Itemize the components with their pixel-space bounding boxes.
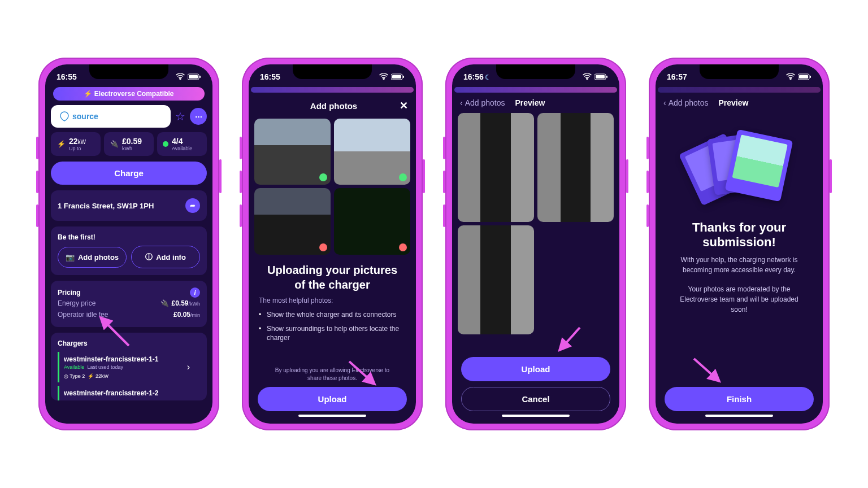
plug-icon: 🔌	[160, 299, 169, 307]
thanks-body-1: With your help, the charging network is …	[656, 250, 823, 280]
stat-avail: 4/4Available	[157, 132, 207, 156]
compat-peek	[251, 87, 414, 93]
phone-mockup-4: 16:57 ‹ Add photos Preview Thanks for yo…	[649, 58, 830, 430]
notch	[496, 64, 575, 79]
charge-button[interactable]: Charge	[51, 162, 207, 185]
notch	[293, 64, 372, 79]
chargers-section: Chargers westminster-francisstreet-1-1 A…	[51, 333, 207, 400]
thanks-body-2: Your photos are moderated by the Electro…	[656, 280, 823, 319]
upload-button[interactable]: Upload	[461, 357, 610, 381]
status-time: 16:55	[260, 72, 280, 81]
thanks-heading: Thanks for your submission!	[656, 220, 823, 250]
idle-label: Operator idle fee	[58, 311, 108, 319]
price-row-idle: Operator idle fee £0.05/min	[58, 309, 200, 320]
battery-icon	[798, 73, 811, 80]
status-time: 16:56☾	[463, 72, 491, 81]
finish-button[interactable]: Finish	[665, 387, 814, 411]
sample-photo-3	[254, 188, 331, 254]
be-first-label: Be the first!	[58, 233, 200, 241]
sample-photo-4	[334, 188, 410, 254]
stat-power: ⚡ 22kWUp to	[51, 132, 101, 156]
notch	[89, 64, 168, 79]
operator-logo[interactable]: source	[51, 105, 171, 128]
preview-header: ‹ Add photos Preview	[452, 93, 619, 113]
home-indicator	[502, 415, 570, 417]
info-icon: ⓘ	[145, 252, 153, 262]
svg-rect-1	[189, 75, 198, 79]
more-button[interactable]: ⋯	[190, 108, 207, 125]
charger-item-1[interactable]: westminster-francisstreet-1-1 Available …	[58, 352, 200, 382]
sample-photo-1	[254, 119, 331, 185]
good-indicator	[399, 173, 407, 181]
charger-item-2[interactable]: westminster-francisstreet-1-2	[58, 386, 200, 400]
available-dot	[163, 141, 168, 147]
home-indicator	[705, 415, 773, 417]
upload-button[interactable]: Upload	[258, 387, 407, 411]
preview-photo-1[interactable]	[458, 113, 534, 222]
compat-banner: ⚡ Electroverse Compatible	[53, 87, 205, 101]
back-button[interactable]: ‹ Add photos	[460, 98, 505, 107]
modal-title: Add photos	[268, 101, 400, 111]
preview-photo-3[interactable]	[458, 225, 534, 334]
address-text: 1 Francis Street, SW1P 1PH	[58, 202, 154, 210]
battery-icon	[391, 73, 405, 80]
add-photos-button[interactable]: 📷 Add photos	[58, 247, 127, 268]
camera-icon: 📷	[66, 253, 75, 262]
price-row-energy: Energy price 🔌£0.59/kWh	[58, 298, 200, 309]
svg-rect-6	[403, 76, 404, 78]
upload-heading: Uploading your pictures of the charger	[249, 255, 416, 297]
moon-icon: ☾	[485, 73, 491, 81]
pricing-info-icon[interactable]: i	[190, 287, 200, 298]
charger-name: westminster-francisstreet-1-1	[64, 355, 196, 363]
preview-photo-2[interactable]	[537, 113, 614, 222]
back-button[interactable]: ‹ Add photos	[663, 98, 709, 107]
bolt-icon: ⚡	[57, 140, 66, 148]
wifi-icon	[176, 73, 185, 80]
preview-header: ‹ Add photos Preview	[656, 93, 823, 113]
address-card[interactable]: 1 Francis Street, SW1P 1PH ➦	[51, 190, 207, 221]
charger-name: westminster-francisstreet-1-2	[64, 389, 196, 397]
good-indicator	[319, 173, 327, 181]
cancel-button[interactable]: Cancel	[461, 387, 610, 411]
battery-icon	[188, 73, 201, 80]
svg-rect-9	[596, 75, 605, 79]
preview-tab: Preview	[515, 98, 545, 107]
bad-indicator	[399, 243, 407, 251]
chargers-title: Chargers	[58, 339, 200, 347]
svg-rect-14	[810, 76, 811, 78]
bad-indicator	[319, 243, 327, 251]
pricing-title: Pricing	[58, 289, 81, 297]
favorite-icon[interactable]: ☆	[175, 110, 185, 123]
sample-photo-2	[334, 119, 410, 185]
tip-item: Show surroundings to help others locate …	[259, 322, 406, 346]
compat-peek	[658, 87, 821, 93]
wifi-icon	[583, 73, 592, 80]
svg-rect-2	[199, 76, 201, 78]
tips-list: Show the whole charger and its connector…	[249, 304, 416, 345]
plug-icon: 🔌	[110, 140, 119, 148]
compat-peek	[454, 87, 617, 93]
thanks-illustration	[683, 124, 796, 215]
tip-item: Show the whole charger and its connector…	[259, 308, 406, 322]
add-info-button[interactable]: ⓘ Add info	[131, 246, 200, 268]
preview-tab: Preview	[719, 98, 749, 107]
chevron-right-icon: ›	[187, 362, 190, 372]
stat-price: 🔌 £0.59kWh	[104, 132, 154, 156]
phone-mockup-1: 16:55 ⚡ Electroverse Compatible source ☆…	[38, 58, 219, 430]
status-icons	[176, 73, 201, 80]
upload-subheading: The most helpful photos:	[249, 297, 416, 304]
close-icon[interactable]: ✕	[400, 99, 408, 112]
phone-mockup-2: 16:55 Add photos ✕ Uploading your pictur…	[242, 58, 423, 430]
navigate-icon[interactable]: ➦	[185, 198, 200, 213]
svg-rect-13	[799, 75, 808, 79]
status-time: 16:55	[57, 72, 77, 81]
home-indicator	[298, 415, 366, 417]
disclaimer-text: By uploading you are allowing Electrover…	[258, 367, 407, 382]
wifi-icon	[379, 73, 388, 80]
battery-icon	[594, 73, 608, 80]
energy-label: Energy price	[58, 299, 96, 307]
wifi-icon	[786, 73, 795, 80]
svg-rect-5	[392, 75, 401, 79]
status-time: 16:57	[667, 72, 687, 81]
phone-mockup-3: 16:56☾ ‹ Add photos Preview Upload Cance…	[445, 58, 626, 430]
